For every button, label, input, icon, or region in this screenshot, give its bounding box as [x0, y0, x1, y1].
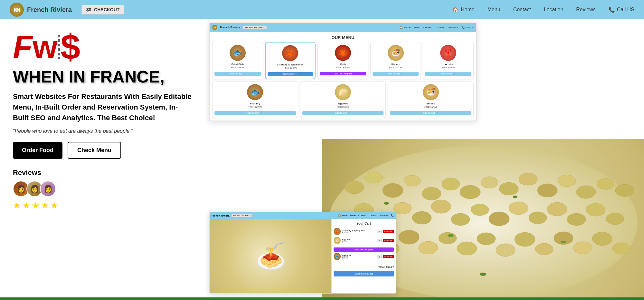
star-5: ★	[50, 200, 58, 211]
mock-nav-location[interactable]: Location	[436, 26, 445, 29]
mock-nav-reviews[interactable]: Reviews	[449, 26, 458, 29]
menu-item-egg-roll: 🥟 Egg Roll Price: $3.99 Add To Cart 🛒	[300, 81, 386, 118]
cart-mock-nav: French Riviera $68.97 CHECKOUT 🏠 Home Me…	[210, 212, 396, 219]
shrimp-icon: 🍜	[388, 45, 404, 61]
cart-mock-location: Location	[369, 214, 377, 217]
mock-nav-links: 🏠 Home Menu Contact Location Reviews 📞 C…	[400, 26, 474, 29]
mock-checkout-btn[interactable]: $34.99 CHECKOUT	[243, 26, 267, 29]
menu-item-lobster: 🦞 Lobster Price: $99.99 Add To Cart 🛒	[423, 42, 474, 79]
egg-roll-price: Price: $3.99	[302, 106, 384, 108]
cart-item-3-info: Fish Fry $29.99	[342, 255, 376, 259]
logo-w: w	[33, 31, 58, 63]
cart-mock-nav-links: 🏠 Home Menu Contact Location Reviews 📞	[338, 214, 394, 217]
crunchy-fish-icon: 🦀	[282, 45, 298, 61]
cart-mock-call: 📞	[391, 214, 394, 217]
cart-item-1-icon: 🦀	[334, 228, 341, 235]
svg-point-7	[460, 185, 480, 199]
fried-fish-add-btn[interactable]: Add To Cart 🛒	[214, 72, 261, 76]
svg-point-6	[442, 178, 460, 190]
mock-menu-grid-row2: 🐟 Fish Fry Price: $29.99 Add To Cart 🛒 🥟…	[210, 81, 476, 121]
menu-item-fried-fish: 🐟 Fried Fish Price: $29.99 Add To Cart 🛒	[212, 42, 263, 79]
svg-point-38	[515, 232, 535, 247]
order-food-button[interactable]: Order Food	[13, 142, 62, 159]
nav-reviews[interactable]: Reviews	[576, 7, 595, 13]
cart-use-template-btn[interactable]: Use This Template	[334, 247, 394, 252]
mock-menu-title: OUR MENU	[210, 32, 476, 42]
star-4: ★	[41, 200, 49, 211]
shrimp-price: Price: $14.99	[373, 66, 419, 69]
svg-point-32	[399, 230, 419, 244]
reviewer-avatar-3: 👩	[40, 181, 56, 197]
mock-brand-logo: 🍽	[212, 25, 217, 30]
top-navigation: 🍽 French Riviera $0: CHECKOUT 🏠 Home Men…	[0, 0, 644, 19]
nav-location[interactable]: Location	[544, 7, 564, 13]
mock-nav-menu[interactable]: Menu	[414, 26, 420, 29]
cart-mock-home: 🏠 Home	[338, 214, 348, 217]
menu-item-shrimp2: 🍜 Shrimp Price: $14.99 Add To Cart 🛒	[388, 81, 474, 118]
svg-point-39	[535, 243, 553, 255]
cart-submit-btn[interactable]: Submit Request	[334, 271, 394, 276]
cta-buttons: Order Food Check Menu	[13, 142, 193, 159]
svg-point-12	[558, 175, 576, 187]
svg-point-37	[496, 244, 515, 256]
cart-item-2: 🥟 Egg Roll $3.99 1 REMOVE	[334, 237, 394, 244]
nav-contact[interactable]: Contact	[513, 7, 531, 13]
star-rating: ★ ★ ★ ★ ★	[13, 200, 193, 211]
cart-item-3-remove[interactable]: REMOVE	[383, 255, 394, 258]
svg-point-22	[471, 204, 489, 216]
cart-mock-menu: Menu	[350, 214, 356, 217]
shrimp2-add-btn[interactable]: Add To Cart 🛒	[390, 111, 471, 115]
cart-item-2-price: $3.99	[342, 241, 376, 243]
cart-item-1: 🦀 Crunchy & Spicy Fish $34.99 1 REMOVE	[334, 228, 394, 235]
crab-use-template-btn[interactable]: Use This Template	[320, 72, 366, 75]
svg-point-24	[509, 202, 528, 215]
call-us-link[interactable]: 📞 Call US	[609, 7, 634, 13]
checkout-button[interactable]: $0: CHECKOUT	[81, 5, 124, 15]
cart-mock-contact: Contact	[358, 214, 366, 217]
reviews-title: Reviews	[13, 169, 193, 177]
svg-point-43	[612, 243, 630, 254]
brand-logo-icon: 🍽	[10, 3, 24, 17]
logo-lines	[58, 35, 60, 59]
crunchy-fish-add-btn[interactable]: Add To Cart 🛒	[268, 72, 313, 76]
nav-links: 🏠 Home Menu Contact Location Reviews 📞 C…	[452, 7, 634, 13]
shrimp-name: Shrimp	[373, 63, 419, 66]
cart-item-3-name: Fish Fry	[342, 255, 376, 257]
egg-roll-add-btn[interactable]: Add To Cart 🛒	[302, 111, 384, 115]
svg-point-14	[597, 179, 614, 189]
lobster-icon: 🦞	[440, 45, 456, 61]
svg-point-46	[513, 196, 517, 198]
nav-menu[interactable]: Menu	[488, 7, 500, 13]
svg-point-4	[404, 175, 421, 186]
cart-screenshot: French Riviera $68.97 CHECKOUT 🏠 Home Me…	[209, 212, 396, 294]
svg-point-44	[384, 202, 389, 205]
lobster-add-btn[interactable]: Add To Cart 🛒	[425, 72, 471, 76]
svg-point-18	[393, 202, 412, 214]
check-menu-button[interactable]: Check Menu	[68, 142, 121, 159]
headline-text: WHEN IN FRANCE,	[13, 68, 193, 86]
svg-point-48	[480, 273, 486, 276]
cart-item-1-remove[interactable]: REMOVE	[383, 230, 394, 233]
mock-nav-contact[interactable]: Contact	[423, 26, 432, 29]
egg-roll-icon: 🥟	[335, 84, 351, 100]
cart-item-1-price: $34.99	[342, 232, 376, 234]
lobster-name: Lobster	[425, 63, 471, 66]
mock-nav-call[interactable]: 📞 Call Us	[461, 26, 474, 29]
menu-item-crab: 🦀 Crab Price: $19.99 Use This Template	[317, 42, 368, 79]
shrimp-add-btn[interactable]: Add To Cart 🛒	[373, 72, 419, 76]
mock-menu-grid-row1: 🐟 Fried Fish Price: $29.99 Add To Cart 🛒…	[210, 42, 476, 81]
mock-nav-home[interactable]: 🏠 Home	[400, 26, 411, 29]
shrimp2-icon: 🍜	[423, 84, 439, 100]
svg-point-27	[567, 213, 586, 226]
subtext: Smart Websites For Restaurants With Easi…	[13, 91, 193, 123]
cart-item-2-remove[interactable]: REMOVE	[383, 239, 394, 242]
cart-item-1-info: Crunchy & Spicy Fish $34.99	[342, 229, 376, 234]
fish-fry-add-btn[interactable]: Add To Cart 🛒	[214, 111, 296, 115]
cart-item-3-price: $29.99	[342, 257, 376, 259]
fish-fry-icon: 🐟	[247, 84, 263, 100]
cart-item-3: 🐟 Fish Fry $29.99 1 REMOVE	[334, 253, 394, 260]
main-content: F w $ WHEN IN FRANCE, Smart Websites For…	[0, 19, 644, 300]
svg-point-25	[529, 212, 547, 224]
svg-point-26	[547, 202, 567, 216]
nav-home[interactable]: 🏠 Home	[452, 7, 475, 13]
